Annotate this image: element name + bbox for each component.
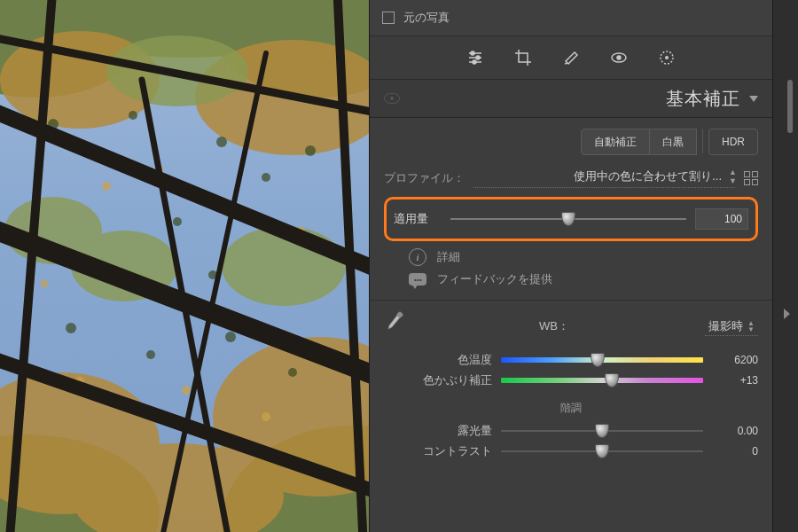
svg-point-23 [288, 368, 297, 377]
tint-value[interactable]: +13 [712, 374, 758, 387]
amount-highlight: 適用量 100 [384, 197, 758, 241]
feedback-label: フィードバックを提供 [437, 271, 552, 287]
hdr-button[interactable]: HDR [708, 129, 758, 155]
bw-button[interactable]: 白黒 [650, 129, 697, 155]
wb-preset-dropdown[interactable]: 撮影時 ▲▼ [705, 317, 758, 336]
profile-row: プロファイル： 使用中の色に合わせて割り... ▲▼ [384, 168, 758, 188]
tone-section-label: 階調 [384, 401, 758, 416]
scroll-grip[interactable] [787, 80, 793, 133]
exposure-label: 露光量 [384, 423, 492, 439]
detail-label: 詳細 [437, 249, 460, 265]
svg-point-26 [102, 182, 111, 191]
contrast-value[interactable]: 0 [712, 445, 758, 458]
svg-point-24 [173, 217, 182, 226]
panel-eye-icon[interactable] [384, 93, 400, 104]
wb-preset: 撮影時 [708, 318, 743, 334]
profile-value: 使用中の色に合わせて割り... [574, 168, 722, 184]
temperature-slider[interactable] [501, 352, 703, 368]
contrast-row: コントラスト 0 [384, 443, 758, 459]
heal-icon[interactable] [562, 49, 580, 66]
svg-point-20 [66, 323, 76, 333]
svg-point-32 [262, 412, 270, 421]
photo-preview [0, 0, 370, 532]
amount-slider[interactable] [450, 211, 686, 227]
toolstrip [370, 36, 772, 80]
contrast-label: コントラスト [384, 443, 492, 459]
auto-button[interactable]: 自動補正 [581, 129, 650, 155]
updown-icon: ▲▼ [729, 168, 735, 185]
detail-link[interactable]: i 詳細 [409, 248, 758, 266]
profile-label: プロファイル： [384, 170, 465, 186]
info-icon: i [409, 248, 426, 266]
treatment-buttons: 自動補正 白黒 HDR [384, 129, 758, 155]
svg-point-34 [471, 51, 474, 55]
svg-point-16 [129, 111, 137, 120]
svg-point-40 [665, 56, 669, 59]
svg-point-18 [262, 173, 270, 182]
svg-point-19 [305, 145, 316, 156]
chat-icon [409, 273, 426, 286]
develop-panel: 元の写真 基本補正 自動補正 白黒 HDR [370, 0, 772, 532]
panel-header[interactable]: 基本補正 [370, 80, 772, 118]
svg-point-36 [473, 60, 476, 64]
tint-label: 色かぶり補正 [384, 372, 492, 388]
tint-row: 色かぶり補正 +13 [384, 372, 758, 388]
eyedropper-icon[interactable] [384, 311, 403, 341]
contrast-slider[interactable] [501, 443, 703, 459]
profile-browser-icon[interactable] [744, 171, 758, 185]
temperature-label: 色温度 [384, 352, 492, 368]
original-photo-label: 元の写真 [403, 10, 450, 26]
svg-point-22 [225, 332, 236, 342]
panel-collapse-icon[interactable] [749, 96, 758, 102]
feedback-link[interactable]: フィードバックを提供 [409, 271, 758, 287]
wb-label: WB： [414, 318, 694, 334]
updown-icon: ▲▼ [747, 320, 755, 332]
svg-point-31 [182, 386, 191, 395]
svg-point-21 [146, 350, 155, 359]
amount-value[interactable]: 100 [695, 208, 748, 230]
preview-svg [0, 0, 369, 532]
svg-point-33 [41, 280, 48, 287]
profile-dropdown[interactable]: 使用中の色に合わせて割り... ▲▼ [473, 168, 735, 188]
wb-row: WB： 撮影時 ▲▼ [384, 311, 758, 341]
panel-title: 基本補正 [666, 87, 740, 111]
original-photo-toggle[interactable]: 元の写真 [370, 0, 772, 36]
divider [370, 300, 772, 301]
exposure-slider[interactable] [501, 423, 703, 439]
amount-label: 適用量 [394, 211, 442, 227]
visibility-icon[interactable] [610, 49, 628, 66]
exposure-value[interactable]: 0.00 [712, 425, 758, 437]
radial-icon[interactable] [658, 49, 676, 66]
square-icon [382, 12, 395, 24]
button-divider [702, 129, 703, 153]
exposure-row: 露光量 0.00 [384, 423, 758, 439]
expand-arrow-icon[interactable] [784, 309, 790, 319]
temperature-row: 色温度 6200 [384, 352, 758, 368]
temperature-value[interactable]: 6200 [712, 354, 758, 366]
edit-sliders-icon[interactable] [466, 49, 484, 66]
crop-icon[interactable] [514, 49, 532, 66]
svg-point-35 [476, 56, 480, 59]
panel-edge [772, 0, 798, 532]
tint-slider[interactable] [501, 372, 703, 388]
svg-point-38 [617, 56, 621, 59]
svg-point-17 [216, 137, 227, 147]
